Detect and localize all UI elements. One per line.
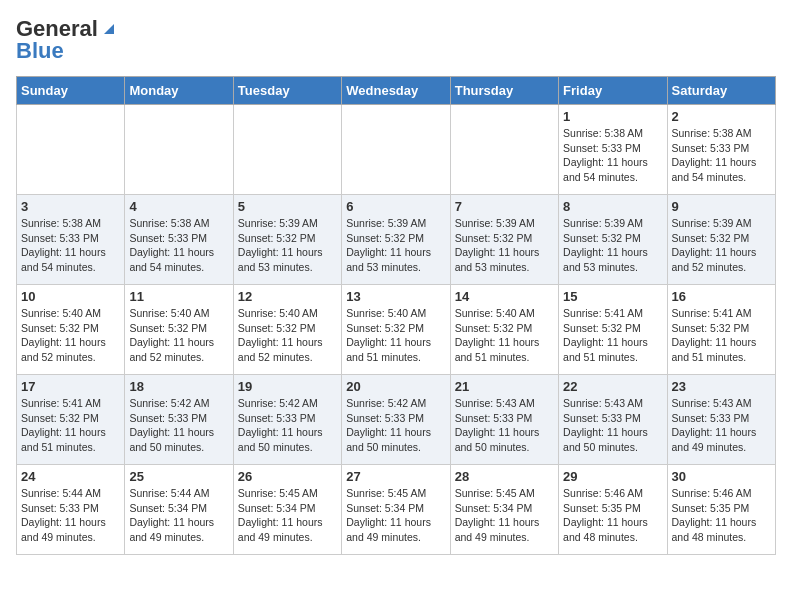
calendar-cell: 10Sunrise: 5:40 AMSunset: 5:32 PMDayligh… [17, 285, 125, 375]
header-day: Monday [125, 77, 233, 105]
calendar-cell [233, 105, 341, 195]
calendar-cell: 16Sunrise: 5:41 AMSunset: 5:32 PMDayligh… [667, 285, 775, 375]
day-number: 3 [21, 199, 120, 214]
day-info: Sunrise: 5:46 AMSunset: 5:35 PMDaylight:… [563, 486, 662, 545]
day-number: 22 [563, 379, 662, 394]
day-info: Sunrise: 5:39 AMSunset: 5:32 PMDaylight:… [563, 216, 662, 275]
page-header: General Blue [16, 16, 776, 64]
header-day: Sunday [17, 77, 125, 105]
calendar-cell: 18Sunrise: 5:42 AMSunset: 5:33 PMDayligh… [125, 375, 233, 465]
day-info: Sunrise: 5:39 AMSunset: 5:32 PMDaylight:… [346, 216, 445, 275]
day-info: Sunrise: 5:41 AMSunset: 5:32 PMDaylight:… [21, 396, 120, 455]
day-info: Sunrise: 5:40 AMSunset: 5:32 PMDaylight:… [21, 306, 120, 365]
day-number: 15 [563, 289, 662, 304]
calendar-cell: 26Sunrise: 5:45 AMSunset: 5:34 PMDayligh… [233, 465, 341, 555]
day-number: 25 [129, 469, 228, 484]
calendar-cell: 21Sunrise: 5:43 AMSunset: 5:33 PMDayligh… [450, 375, 558, 465]
day-number: 14 [455, 289, 554, 304]
calendar-cell: 28Sunrise: 5:45 AMSunset: 5:34 PMDayligh… [450, 465, 558, 555]
day-number: 9 [672, 199, 771, 214]
day-number: 8 [563, 199, 662, 214]
calendar-body: 1Sunrise: 5:38 AMSunset: 5:33 PMDaylight… [17, 105, 776, 555]
day-number: 17 [21, 379, 120, 394]
calendar-cell: 24Sunrise: 5:44 AMSunset: 5:33 PMDayligh… [17, 465, 125, 555]
header-day: Friday [559, 77, 667, 105]
calendar-cell: 1Sunrise: 5:38 AMSunset: 5:33 PMDaylight… [559, 105, 667, 195]
logo-arrow-icon [100, 20, 118, 38]
day-info: Sunrise: 5:46 AMSunset: 5:35 PMDaylight:… [672, 486, 771, 545]
day-number: 19 [238, 379, 337, 394]
calendar-cell: 17Sunrise: 5:41 AMSunset: 5:32 PMDayligh… [17, 375, 125, 465]
day-info: Sunrise: 5:38 AMSunset: 5:33 PMDaylight:… [21, 216, 120, 275]
day-info: Sunrise: 5:42 AMSunset: 5:33 PMDaylight:… [346, 396, 445, 455]
calendar-week-row: 24Sunrise: 5:44 AMSunset: 5:33 PMDayligh… [17, 465, 776, 555]
calendar-cell: 12Sunrise: 5:40 AMSunset: 5:32 PMDayligh… [233, 285, 341, 375]
day-number: 30 [672, 469, 771, 484]
header-day: Saturday [667, 77, 775, 105]
day-number: 26 [238, 469, 337, 484]
day-info: Sunrise: 5:40 AMSunset: 5:32 PMDaylight:… [129, 306, 228, 365]
calendar-cell [450, 105, 558, 195]
calendar-cell: 11Sunrise: 5:40 AMSunset: 5:32 PMDayligh… [125, 285, 233, 375]
calendar-cell: 4Sunrise: 5:38 AMSunset: 5:33 PMDaylight… [125, 195, 233, 285]
day-number: 29 [563, 469, 662, 484]
day-info: Sunrise: 5:43 AMSunset: 5:33 PMDaylight:… [563, 396, 662, 455]
calendar-cell: 5Sunrise: 5:39 AMSunset: 5:32 PMDaylight… [233, 195, 341, 285]
header-day: Thursday [450, 77, 558, 105]
day-number: 24 [21, 469, 120, 484]
calendar-week-row: 17Sunrise: 5:41 AMSunset: 5:32 PMDayligh… [17, 375, 776, 465]
day-info: Sunrise: 5:39 AMSunset: 5:32 PMDaylight:… [455, 216, 554, 275]
day-info: Sunrise: 5:45 AMSunset: 5:34 PMDaylight:… [346, 486, 445, 545]
day-info: Sunrise: 5:45 AMSunset: 5:34 PMDaylight:… [238, 486, 337, 545]
day-number: 21 [455, 379, 554, 394]
calendar-cell: 20Sunrise: 5:42 AMSunset: 5:33 PMDayligh… [342, 375, 450, 465]
header-day: Tuesday [233, 77, 341, 105]
day-info: Sunrise: 5:41 AMSunset: 5:32 PMDaylight:… [563, 306, 662, 365]
day-number: 20 [346, 379, 445, 394]
day-info: Sunrise: 5:44 AMSunset: 5:33 PMDaylight:… [21, 486, 120, 545]
day-number: 18 [129, 379, 228, 394]
day-number: 2 [672, 109, 771, 124]
calendar-cell: 2Sunrise: 5:38 AMSunset: 5:33 PMDaylight… [667, 105, 775, 195]
calendar-cell: 6Sunrise: 5:39 AMSunset: 5:32 PMDaylight… [342, 195, 450, 285]
calendar-cell: 3Sunrise: 5:38 AMSunset: 5:33 PMDaylight… [17, 195, 125, 285]
calendar-cell: 29Sunrise: 5:46 AMSunset: 5:35 PMDayligh… [559, 465, 667, 555]
calendar-table: SundayMondayTuesdayWednesdayThursdayFrid… [16, 76, 776, 555]
calendar-cell: 27Sunrise: 5:45 AMSunset: 5:34 PMDayligh… [342, 465, 450, 555]
calendar-cell: 13Sunrise: 5:40 AMSunset: 5:32 PMDayligh… [342, 285, 450, 375]
day-info: Sunrise: 5:42 AMSunset: 5:33 PMDaylight:… [238, 396, 337, 455]
calendar-cell: 30Sunrise: 5:46 AMSunset: 5:35 PMDayligh… [667, 465, 775, 555]
day-number: 6 [346, 199, 445, 214]
day-number: 10 [21, 289, 120, 304]
calendar-cell: 19Sunrise: 5:42 AMSunset: 5:33 PMDayligh… [233, 375, 341, 465]
day-number: 4 [129, 199, 228, 214]
day-info: Sunrise: 5:44 AMSunset: 5:34 PMDaylight:… [129, 486, 228, 545]
day-info: Sunrise: 5:38 AMSunset: 5:33 PMDaylight:… [129, 216, 228, 275]
day-number: 7 [455, 199, 554, 214]
day-info: Sunrise: 5:45 AMSunset: 5:34 PMDaylight:… [455, 486, 554, 545]
calendar-cell: 14Sunrise: 5:40 AMSunset: 5:32 PMDayligh… [450, 285, 558, 375]
day-info: Sunrise: 5:40 AMSunset: 5:32 PMDaylight:… [346, 306, 445, 365]
day-number: 28 [455, 469, 554, 484]
calendar-cell [125, 105, 233, 195]
day-number: 11 [129, 289, 228, 304]
day-info: Sunrise: 5:43 AMSunset: 5:33 PMDaylight:… [672, 396, 771, 455]
day-info: Sunrise: 5:40 AMSunset: 5:32 PMDaylight:… [238, 306, 337, 365]
day-number: 23 [672, 379, 771, 394]
header-row: SundayMondayTuesdayWednesdayThursdayFrid… [17, 77, 776, 105]
svg-marker-0 [104, 24, 114, 34]
day-number: 12 [238, 289, 337, 304]
day-number: 5 [238, 199, 337, 214]
logo: General Blue [16, 16, 118, 64]
day-number: 27 [346, 469, 445, 484]
logo-blue: Blue [16, 38, 64, 64]
day-number: 13 [346, 289, 445, 304]
day-info: Sunrise: 5:43 AMSunset: 5:33 PMDaylight:… [455, 396, 554, 455]
calendar-cell: 8Sunrise: 5:39 AMSunset: 5:32 PMDaylight… [559, 195, 667, 285]
header-day: Wednesday [342, 77, 450, 105]
day-info: Sunrise: 5:41 AMSunset: 5:32 PMDaylight:… [672, 306, 771, 365]
calendar-cell: 9Sunrise: 5:39 AMSunset: 5:32 PMDaylight… [667, 195, 775, 285]
calendar-week-row: 1Sunrise: 5:38 AMSunset: 5:33 PMDaylight… [17, 105, 776, 195]
day-info: Sunrise: 5:39 AMSunset: 5:32 PMDaylight:… [238, 216, 337, 275]
calendar-week-row: 10Sunrise: 5:40 AMSunset: 5:32 PMDayligh… [17, 285, 776, 375]
